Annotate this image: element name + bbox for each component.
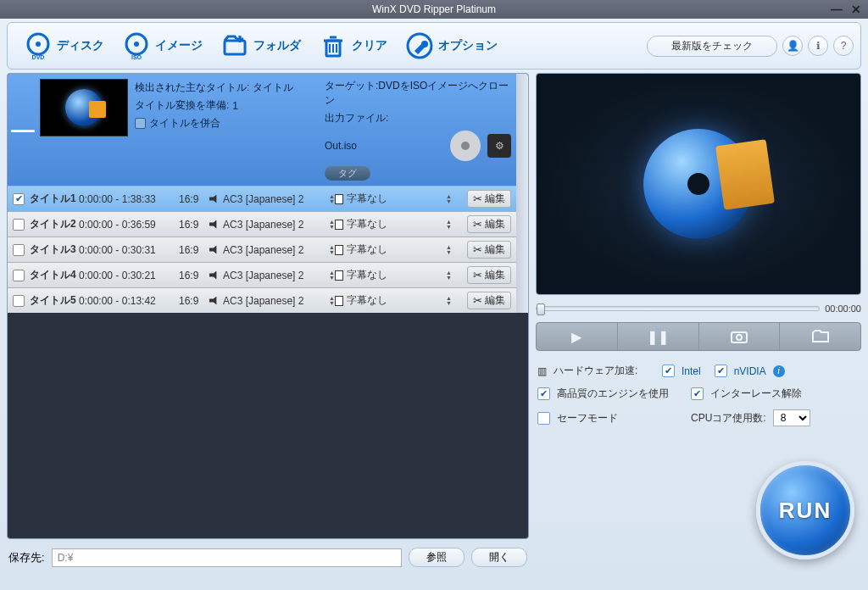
title-time: 0:00:00 - 0:36:59	[79, 219, 179, 231]
snapshot-button[interactable]	[699, 323, 781, 350]
subtitle-select[interactable]: 字幕なし▲▼	[335, 192, 452, 206]
edit-button[interactable]: ✂編集	[467, 190, 511, 208]
title-ratio: 16:9	[179, 270, 209, 281]
title-time: 0:00:00 - 0:30:21	[79, 270, 179, 281]
spinner-icon[interactable]: ▲▼	[446, 245, 452, 255]
scissor-icon: ✂	[473, 294, 482, 307]
speaker-icon	[209, 220, 220, 229]
title-ratio: 16:9	[179, 219, 209, 231]
info-icon[interactable]: i	[773, 365, 785, 377]
disc-icon: DVD	[23, 31, 53, 61]
safemode-checkbox[interactable]	[537, 412, 550, 425]
settings-button[interactable]: ⚙	[487, 134, 511, 158]
timeline-thumb[interactable]	[537, 303, 545, 315]
folder-icon	[812, 330, 829, 343]
intel-checkbox[interactable]: ✔	[662, 365, 675, 377]
hq-engine-checkbox[interactable]: ✔	[537, 387, 550, 400]
title-name: タイトル4	[30, 268, 79, 282]
spinner-icon[interactable]: ▲▼	[329, 245, 335, 255]
subtitle-icon	[335, 245, 343, 255]
spinner-icon[interactable]: ▲▼	[446, 194, 452, 204]
snapshot-folder-button[interactable]	[780, 323, 860, 350]
spinner-icon[interactable]: ▲▼	[446, 296, 452, 306]
subtitle-select[interactable]: 字幕なし▲▼	[335, 242, 452, 257]
subtitle-select[interactable]: 字幕なし▲▼	[335, 293, 452, 308]
info-button[interactable]: ℹ	[808, 36, 828, 56]
options-panel: ▥ ハードウェア加速: ✔ Intel ✔ nVIDIA i ✔ 高品質のエンジ…	[536, 356, 861, 434]
spinner-icon[interactable]: ▲▼	[329, 270, 335, 281]
deinterlace-checkbox[interactable]: ✔	[691, 387, 704, 400]
title-ratio: 16:9	[179, 193, 209, 205]
svg-text:DVD: DVD	[32, 54, 45, 60]
cpu-cores-select[interactable]: 8	[773, 409, 810, 426]
title-row[interactable]: タイトル20:00:00 - 0:36:5916:9 AC3 [Japanese…	[8, 211, 516, 237]
preview-panel	[536, 73, 861, 295]
title-checkbox[interactable]: ✔	[13, 193, 25, 205]
play-button[interactable]: ▶	[537, 323, 618, 350]
titlebar: WinX DVD Ripper Platinum — ✕	[0, 0, 868, 19]
svg-point-10	[461, 142, 470, 150]
title-row[interactable]: タイトル30:00:00 - 0:30:3116:9 AC3 [Japanese…	[8, 237, 516, 262]
close-icon[interactable]: ✕	[851, 3, 861, 16]
time-display: 00:00:00	[825, 303, 861, 314]
audio-select[interactable]: AC3 [Japanese] 2▲▼	[209, 295, 335, 307]
run-button[interactable]: RUN	[756, 461, 854, 559]
check-update-button[interactable]: 最新版をチェック	[647, 36, 777, 57]
user-button[interactable]: 👤	[782, 36, 803, 56]
image-button[interactable]: ISO イメージ	[113, 27, 211, 64]
svg-text:ISO: ISO	[131, 54, 142, 60]
title-time: 0:00:00 - 1:38:33	[79, 193, 179, 205]
disc-button[interactable]: DVD ディスク	[14, 27, 113, 64]
edit-button[interactable]: ✂編集	[467, 215, 511, 233]
chip-icon: ▥	[537, 365, 547, 377]
spinner-icon[interactable]: ▲▼	[329, 296, 335, 306]
option-button[interactable]: オプション	[396, 27, 506, 64]
title-time: 0:00:00 - 0:30:31	[79, 244, 179, 256]
open-button[interactable]: 開く	[471, 548, 527, 567]
save-path-input[interactable]	[52, 548, 402, 567]
trash-icon	[318, 31, 348, 61]
spinner-icon[interactable]: ▲▼	[329, 194, 335, 204]
subtitle-select[interactable]: 字幕なし▲▼	[335, 217, 452, 231]
subtitle-icon	[335, 296, 343, 306]
speaker-icon	[209, 297, 220, 305]
title-row[interactable]: タイトル40:00:00 - 0:30:2116:9 AC3 [Japanese…	[8, 262, 516, 287]
scrollbar[interactable]	[516, 74, 528, 313]
nvidia-checkbox[interactable]: ✔	[715, 365, 727, 377]
spinner-icon[interactable]: ▲▼	[329, 220, 335, 230]
audio-select[interactable]: AC3 [Japanese] 2▲▼	[209, 244, 335, 256]
pause-button[interactable]: ❚❚	[618, 323, 699, 350]
folder-button[interactable]: フォルダ	[211, 27, 309, 64]
edit-button[interactable]: ✂編集	[467, 241, 511, 259]
minimize-icon[interactable]: —	[831, 3, 843, 16]
dvd-disc-icon	[448, 129, 482, 163]
clear-button[interactable]: クリア	[309, 27, 396, 64]
audio-select[interactable]: AC3 [Japanese] 2▲▼	[209, 193, 335, 205]
title-checkbox[interactable]	[13, 219, 25, 231]
svg-rect-11	[732, 332, 747, 342]
spinner-icon[interactable]: ▲▼	[446, 270, 452, 281]
title-checkbox[interactable]	[13, 244, 25, 256]
speaker-icon	[209, 195, 220, 203]
title-row[interactable]: ✔タイトル10:00:00 - 1:38:3316:9 AC3 [Japanes…	[8, 186, 516, 211]
save-label: 保存先:	[8, 550, 45, 565]
title-checkbox[interactable]	[13, 270, 25, 281]
spinner-icon[interactable]: ▲▼	[446, 220, 452, 230]
audio-select[interactable]: AC3 [Japanese] 2▲▼	[209, 270, 335, 281]
source-header: — 検出された主なタイトル: タイトル タイトル変換を準備: 1 タイトルを併合…	[8, 74, 516, 186]
svg-point-1	[36, 42, 41, 47]
audio-select[interactable]: AC3 [Japanese] 2▲▼	[209, 219, 335, 231]
title-row[interactable]: タイトル50:00:00 - 0:13:4216:9 AC3 [Japanese…	[8, 287, 516, 313]
subtitle-select[interactable]: 字幕なし▲▼	[335, 268, 452, 282]
edit-button[interactable]: ✂編集	[467, 266, 511, 284]
collapse-button[interactable]: —	[13, 79, 33, 181]
title-checkbox[interactable]	[13, 295, 25, 307]
edit-button[interactable]: ✂編集	[467, 292, 511, 309]
timeline[interactable]: 00:00:00	[536, 300, 861, 317]
tag-button[interactable]: タグ	[325, 166, 370, 181]
merge-checkbox[interactable]	[135, 118, 146, 129]
browse-button[interactable]: 参照	[409, 548, 465, 567]
scissor-icon: ✂	[473, 269, 482, 281]
help-button[interactable]: ?	[833, 36, 854, 56]
camera-icon	[731, 330, 748, 343]
